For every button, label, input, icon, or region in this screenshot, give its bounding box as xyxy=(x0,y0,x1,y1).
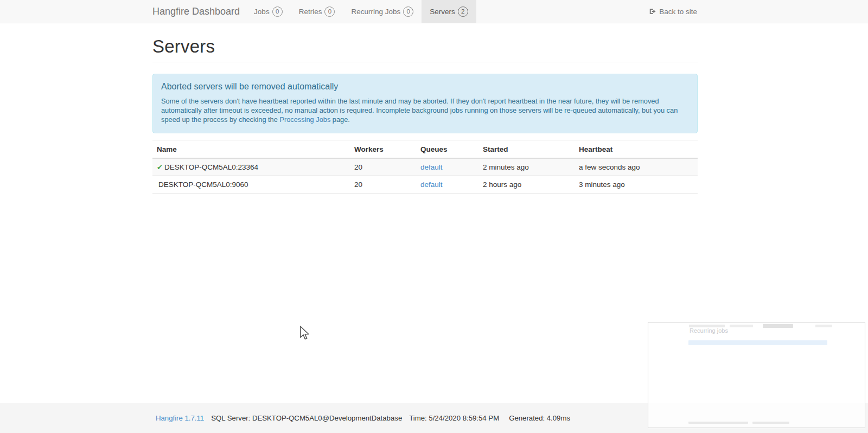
header-started: Started xyxy=(478,140,575,159)
back-to-site-label: Back to site xyxy=(659,8,697,16)
ghost-nav-bar xyxy=(815,325,832,327)
nav-tab-retries[interactable]: Retries 0 xyxy=(291,0,343,23)
servers-table: Name Workers Queues Started Heartbeat ✔D… xyxy=(152,140,698,193)
queue-default-link[interactable]: default xyxy=(420,163,443,171)
nav-tab-servers[interactable]: Servers 2 xyxy=(422,0,476,23)
header-heartbeat: Heartbeat xyxy=(575,140,698,159)
navbar: Hangfire Dashboard Jobs 0 Retries 0 Recu… xyxy=(0,0,868,23)
server-active-check-icon: ✔ xyxy=(157,163,163,171)
brand-hangfire-dashboard[interactable]: Hangfire Dashboard xyxy=(152,0,240,23)
footer-storage-info: SQL Server: DESKTOP-QCM5AL0@DevelopmentD… xyxy=(211,414,402,422)
aborted-servers-alert: Aborted servers will be removed automati… xyxy=(152,74,698,133)
workers-cell: 20 xyxy=(350,176,416,193)
back-to-site-link[interactable]: Back to site xyxy=(649,0,698,23)
ghost-nav-bar xyxy=(730,325,753,327)
queue-default-link[interactable]: default xyxy=(420,180,443,189)
ghost-highlighted-row xyxy=(688,340,827,345)
nav-tab-jobs-label: Jobs xyxy=(254,8,270,16)
nav-tab-recurring-jobs-label: Recurring Jobs xyxy=(351,8,400,16)
servers-count-badge: 2 xyxy=(458,7,468,17)
server-name-cell: DESKTOP-QCM5AL0:9060 xyxy=(152,176,350,193)
title-divider xyxy=(152,62,698,62)
fading-page-preview: Recurring jobs xyxy=(648,322,865,428)
alert-body-end: page. xyxy=(330,115,350,124)
jobs-count-badge: 0 xyxy=(272,7,283,17)
mouse-cursor xyxy=(299,326,309,341)
navbar-inner: Hangfire Dashboard Jobs 0 Retries 0 Recu… xyxy=(152,0,698,23)
log-out-icon xyxy=(649,8,656,15)
started-cell: 2 minutes ago xyxy=(478,158,575,176)
main-content: Servers Aborted servers will be removed … xyxy=(152,36,698,193)
header-queues: Queues xyxy=(416,140,478,159)
ghost-nav-bar xyxy=(763,324,793,328)
queues-cell: default xyxy=(416,176,478,193)
processing-jobs-link[interactable]: Processing Jobs xyxy=(279,115,330,124)
started-cell: 2 hours ago xyxy=(478,176,575,193)
footer-server-time: Time: 5/24/2020 8:59:54 PM xyxy=(409,414,499,422)
footer-inner: Hangfire 1.7.11 SQL Server: DESKTOP-QCM5… xyxy=(156,414,570,422)
page-title: Servers xyxy=(152,36,698,57)
servers-table-header: Name Workers Queues Started Heartbeat xyxy=(152,140,698,159)
queues-cell: default xyxy=(416,158,478,176)
nav-tab-jobs[interactable]: Jobs 0 xyxy=(246,0,291,23)
alert-title: Aborted servers will be removed automati… xyxy=(161,82,689,92)
table-row: ✔DESKTOP-QCM5AL0:23364 20 default 2 minu… xyxy=(152,158,698,176)
header-workers: Workers xyxy=(350,140,416,159)
heartbeat-cell: a few seconds ago xyxy=(575,158,698,176)
server-name: DESKTOP-QCM5AL0:23364 xyxy=(164,163,258,171)
heartbeat-cell: 3 minutes ago xyxy=(575,176,698,193)
nav-tab-recurring-jobs[interactable]: Recurring Jobs 0 xyxy=(343,0,422,23)
hangfire-version-link[interactable]: Hangfire 1.7.11 xyxy=(156,414,204,422)
ghost-preview-title: Recurring jobs xyxy=(690,327,728,334)
server-name: DESKTOP-QCM5AL0:9060 xyxy=(158,180,248,189)
ghost-footer-text xyxy=(752,422,789,424)
alert-body: Some of the servers don't have heartbeat… xyxy=(161,96,689,124)
nav-tab-retries-label: Retries xyxy=(299,8,322,16)
workers-cell: 20 xyxy=(350,158,416,176)
recurring-jobs-count-badge: 0 xyxy=(403,7,413,17)
header-name: Name xyxy=(152,140,350,159)
alert-body-text: Some of the servers don't have heartbeat… xyxy=(161,97,678,124)
retries-count-badge: 0 xyxy=(324,7,335,17)
table-row: DESKTOP-QCM5AL0:9060 20 default 2 hours … xyxy=(152,176,698,193)
ghost-footer-text xyxy=(688,422,748,424)
footer-generated-time: Generated: 4.09ms xyxy=(509,414,570,422)
nav-items: Jobs 0 Retries 0 Recurring Jobs 0 Server… xyxy=(246,0,476,23)
server-name-cell: ✔DESKTOP-QCM5AL0:23364 xyxy=(152,158,350,176)
nav-tab-servers-label: Servers xyxy=(430,8,455,16)
